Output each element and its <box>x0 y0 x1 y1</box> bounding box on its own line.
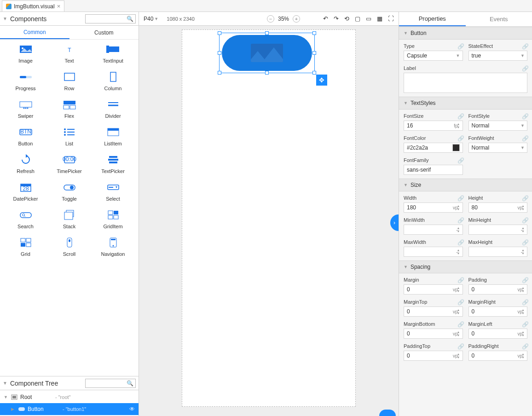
resize-handle[interactable] <box>265 31 269 35</box>
section-button[interactable]: ▼Button <box>399 27 532 40</box>
component-toggle[interactable]: Toggle <box>47 182 91 202</box>
ptop-input[interactable]: 0vp▲▼ <box>404 351 463 361</box>
component-row[interactable]: Row <box>47 72 91 91</box>
component-column[interactable]: Column <box>91 72 135 91</box>
component-textinput[interactable]: TextInput <box>91 44 135 64</box>
minh-input[interactable]: -▲▼ <box>468 225 528 235</box>
link-icon[interactable]: 🔗 <box>457 343 463 349</box>
fontweight-select[interactable]: Normal▼ <box>468 143 528 153</box>
tree-row-root[interactable]: ▼ Root - "root" <box>0 391 139 403</box>
resize-handle[interactable] <box>218 31 221 35</box>
component-list[interactable]: List <box>47 127 91 146</box>
selection-frame[interactable]: ✥ <box>219 33 315 73</box>
link-icon[interactable]: 🔗 <box>457 299 463 305</box>
resize-handle[interactable] <box>218 71 221 75</box>
state-select[interactable]: true▼ <box>468 51 528 61</box>
tree-row-button[interactable]: ▶ Button - "button1" 👁 <box>0 403 139 415</box>
mtop-input[interactable]: 0vp▲▼ <box>404 306 463 317</box>
link-icon[interactable]: 🔗 <box>457 277 463 283</box>
section-size[interactable]: ▼Size <box>399 179 532 191</box>
link-icon[interactable]: 🔗 <box>522 135 527 141</box>
link-icon[interactable]: 🔗 <box>457 43 463 49</box>
fontcolor-input[interactable]: #2c2a2a <box>404 143 463 153</box>
link-icon[interactable]: 🔗 <box>522 65 527 71</box>
side-expand-button[interactable]: › <box>390 214 399 231</box>
tab-events[interactable]: Events <box>466 12 532 26</box>
zoom-out-button[interactable]: − <box>267 15 274 23</box>
link-icon[interactable]: 🔗 <box>522 43 527 49</box>
maxw-input[interactable]: -▲▼ <box>404 247 463 257</box>
component-datepicker[interactable]: 28DatePicker <box>4 182 47 202</box>
move-icon[interactable]: ✥ <box>316 75 327 86</box>
component-image[interactable]: Image <box>4 44 47 64</box>
link-icon[interactable]: 🔗 <box>522 299 527 305</box>
link-icon[interactable]: 🔗 <box>457 321 463 327</box>
link-icon[interactable]: 🔗 <box>457 217 463 223</box>
link-icon[interactable]: 🔗 <box>522 321 527 327</box>
close-icon[interactable]: × <box>57 3 61 10</box>
component-refresh[interactable]: Refresh <box>4 155 47 174</box>
pright-input[interactable]: 0vp▲▼ <box>468 351 528 361</box>
link-icon[interactable]: 🔗 <box>457 157 463 163</box>
width-input[interactable]: 180vp▲▼ <box>404 202 463 213</box>
component-timepicker[interactable]: 00:00TimePicker <box>47 155 91 174</box>
component-select[interactable]: Select <box>91 182 135 202</box>
type-select[interactable]: Capsule▼ <box>404 51 463 61</box>
layout-icon[interactable]: ▢ <box>355 15 360 22</box>
fontfamily-input[interactable]: sans-serif <box>404 165 463 175</box>
label-textarea[interactable] <box>404 73 527 93</box>
resize-handle[interactable] <box>312 31 316 35</box>
component-search[interactable]: Search <box>4 210 47 229</box>
component-textpicker[interactable]: TextPicker <box>91 155 135 174</box>
resize-handle[interactable] <box>218 51 221 55</box>
resize-handle[interactable] <box>265 71 269 75</box>
link-icon[interactable]: 🔗 <box>457 135 463 141</box>
link-icon[interactable]: 🔗 <box>522 195 527 201</box>
mleft-input[interactable]: 0vp▲▼ <box>468 329 528 339</box>
bottom-expand-button[interactable] <box>379 410 396 416</box>
link-icon[interactable]: 🔗 <box>522 239 527 245</box>
tab-common[interactable]: Common <box>0 26 69 39</box>
chevron-down-icon[interactable]: ▼ <box>3 16 7 21</box>
device-selector[interactable]: P40▼ <box>144 16 158 22</box>
margin-input[interactable]: 0vp▲▼ <box>404 284 463 295</box>
component-navigation[interactable]: Navigation <box>91 237 135 257</box>
component-stack[interactable]: Stack <box>47 210 91 229</box>
frame-icon[interactable]: ▭ <box>366 15 371 22</box>
rotate-icon[interactable]: ⟲ <box>344 15 349 22</box>
component-button[interactable]: BTNButton <box>4 127 47 146</box>
component-text[interactable]: TText <box>47 44 91 64</box>
button-component[interactable] <box>222 35 312 71</box>
tree-search[interactable]: 🔍 <box>85 379 136 388</box>
visibility-icon[interactable]: 👁 <box>129 406 135 412</box>
grid-icon[interactable]: ▦ <box>377 15 382 22</box>
redo-icon[interactable]: ↷ <box>334 15 339 22</box>
link-icon[interactable]: 🔗 <box>457 195 463 201</box>
component-swiper[interactable]: Swiper <box>4 99 47 119</box>
zoom-in-button[interactable]: + <box>293 15 300 23</box>
tab-properties[interactable]: Properties <box>399 12 466 26</box>
maxh-input[interactable]: -▲▼ <box>468 247 528 257</box>
link-icon[interactable]: 🔗 <box>522 217 527 223</box>
minw-input[interactable]: -▲▼ <box>404 225 463 235</box>
link-icon[interactable]: 🔗 <box>522 343 527 349</box>
mright-input[interactable]: 0vp▲▼ <box>468 306 528 317</box>
components-search[interactable]: 🔍 <box>85 14 136 23</box>
height-input[interactable]: 80vp▲▼ <box>468 202 528 213</box>
resize-handle[interactable] <box>312 71 316 75</box>
undo-icon[interactable]: ↶ <box>323 15 328 22</box>
expand-icon[interactable]: ⛶ <box>388 15 394 22</box>
link-icon[interactable]: 🔗 <box>522 113 527 119</box>
component-divider[interactable]: Divider <box>91 99 135 119</box>
resize-handle[interactable] <box>312 51 316 55</box>
component-scroll[interactable]: Scroll <box>47 237 91 257</box>
link-icon[interactable]: 🔗 <box>522 277 527 283</box>
mbottom-input[interactable]: 0vp▲▼ <box>404 329 463 339</box>
component-listitem[interactable]: ListItem <box>91 127 135 146</box>
component-flex[interactable]: Flex <box>47 99 91 119</box>
file-tab[interactable]: ImgButton.visual × <box>2 0 64 12</box>
chevron-down-icon[interactable]: ▼ <box>3 381 7 386</box>
link-icon[interactable]: 🔗 <box>457 239 463 245</box>
component-griditem[interactable]: GridItem <box>91 210 135 229</box>
canvas[interactable]: ✥ › <box>139 26 399 416</box>
